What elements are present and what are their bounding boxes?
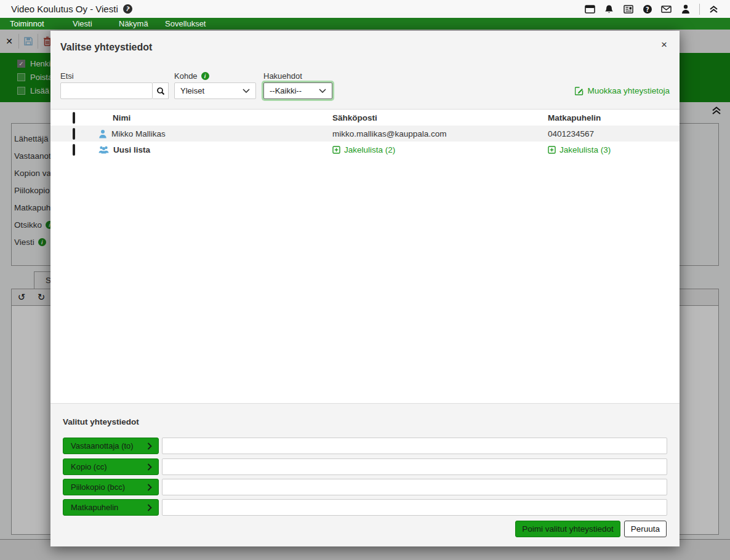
bcc-button[interactable]: Piilokopio (bcc): [63, 479, 159, 495]
search-input[interactable]: [60, 82, 153, 99]
expand-plus-icon: [332, 146, 340, 154]
chevron-right-icon: [147, 484, 152, 491]
menubar: Toiminnot Viesti Näkymä Sovellukset: [0, 18, 730, 30]
criteria-label: Hakuehdot: [263, 71, 302, 81]
app-title: Video Koulutus Oy - Viesti: [11, 4, 118, 14]
window-icon[interactable]: [585, 4, 595, 14]
list-name: Uusi lista: [113, 145, 150, 154]
distribution-list-link[interactable]: Jakelulista (2): [332, 145, 548, 154]
dialog-header: Valitse yhteystiedot × Etsi Kohdei Hakue…: [50, 31, 680, 110]
edit-pencil-icon: [575, 87, 584, 95]
recipient-to-label: Vastaanottaja (to): [71, 441, 134, 450]
row-checkbox[interactable]: [73, 128, 75, 140]
table-row[interactable]: Uusi lista Jakelulista (2) Jakelulista (…: [50, 142, 680, 158]
cancel-button[interactable]: Peruuta: [624, 521, 667, 537]
target-select[interactable]: Yleiset: [174, 82, 256, 99]
row-checkbox[interactable]: [73, 144, 75, 156]
table-header-row: Nimi Sähköposti Matkapuhelin: [50, 110, 680, 126]
table-empty-space: [50, 158, 680, 403]
mobile-input[interactable]: [162, 499, 667, 516]
table-row[interactable]: Mikko Mallikas mikko.mallikas@kauppala.c…: [50, 126, 680, 142]
selected-contacts-section: Valitut yhteystiedot Vastaanottaja (to) …: [50, 403, 680, 546]
chevron-down-icon: [243, 89, 250, 93]
search-button[interactable]: [153, 82, 169, 99]
distribution-list-label: Jakelulista (2): [344, 145, 395, 154]
column-header-phone: Matkapuhelin: [548, 113, 680, 122]
recipient-to-button[interactable]: Vastaanottaja (to): [63, 438, 159, 454]
copy-cc-input[interactable]: [162, 458, 667, 475]
topbar: Video Koulutus Oy - Viesti ? ?: [0, 0, 730, 18]
contacts-table: Nimi Sähköposti Matkapuhelin Mikko Malli…: [50, 110, 680, 158]
info-icon[interactable]: i: [201, 72, 209, 80]
newsfeed-icon[interactable]: [623, 4, 633, 14]
chevron-down-icon: [319, 89, 326, 93]
selected-contacts-heading: Valitut yhteystiedot: [63, 417, 139, 426]
criteria-select[interactable]: --Kaikki--: [263, 82, 332, 99]
help-circle-icon[interactable]: ?: [642, 4, 652, 14]
menu-item-sovellukset[interactable]: Sovellukset: [165, 18, 206, 30]
app: Video Koulutus Oy - Viesti ? ?: [0, 0, 730, 560]
copy-cc-button[interactable]: Kopio (cc): [63, 458, 159, 475]
select-all-checkbox[interactable]: [73, 112, 75, 124]
contact-name: Mikko Mallikas: [111, 129, 166, 138]
chevron-right-icon: [147, 504, 152, 511]
person-icon: [98, 129, 107, 138]
topbar-divider: [699, 4, 700, 15]
bcc-label: Piilokopio (bcc): [71, 482, 125, 492]
dialog-title: Valitse yhteystiedot: [60, 42, 152, 53]
bell-icon[interactable]: [604, 4, 614, 14]
distribution-list-link[interactable]: Jakelulista (3): [548, 145, 680, 154]
mobile-label: Matkapuhelin: [71, 503, 118, 512]
svg-text:?: ?: [646, 6, 649, 12]
menu-item-nakyma[interactable]: Näkymä: [119, 18, 148, 30]
expand-plus-icon: [548, 146, 556, 154]
criteria-select-value: --Kaikki--: [270, 86, 302, 95]
distribution-list-label: Jakelulista (3): [560, 145, 611, 154]
recipient-to-input[interactable]: [162, 438, 667, 454]
chevron-right-icon: [147, 463, 152, 471]
search-label: Etsi: [60, 71, 74, 81]
mail-icon[interactable]: [661, 4, 672, 14]
user-icon[interactable]: [680, 4, 691, 14]
column-header-name: Nimi: [98, 113, 332, 122]
bcc-input[interactable]: [162, 479, 667, 495]
menu-item-viesti[interactable]: Viesti: [73, 18, 92, 30]
copy-cc-label: Kopio (cc): [71, 462, 107, 471]
close-icon[interactable]: ×: [661, 39, 667, 50]
mobile-button[interactable]: Matkapuhelin: [63, 499, 159, 516]
target-select-value: Yleiset: [180, 86, 204, 95]
edit-contacts-label: Muokkaa yhteystietoja: [587, 86, 670, 95]
contact-email: mikko.mallikas@kauppala.com: [332, 129, 548, 138]
column-header-email: Sähköposti: [332, 113, 548, 122]
contact-phone: 0401234567: [548, 129, 680, 138]
collapse-toolbar-icon[interactable]: [708, 4, 719, 14]
select-contacts-dialog: Valitse yhteystiedot × Etsi Kohdei Hakue…: [50, 31, 680, 546]
menu-item-toiminnot[interactable]: Toiminnot: [10, 18, 44, 30]
pick-selected-contacts-button[interactable]: Poimi valitut yhteystiedot: [515, 521, 620, 537]
chevron-right-icon: [147, 442, 152, 450]
edit-contacts-link[interactable]: Muokkaa yhteystietoja: [575, 86, 670, 95]
help-badge-icon[interactable]: ?: [122, 3, 134, 15]
target-label: Kohdei: [174, 71, 209, 81]
group-icon: [98, 145, 109, 154]
